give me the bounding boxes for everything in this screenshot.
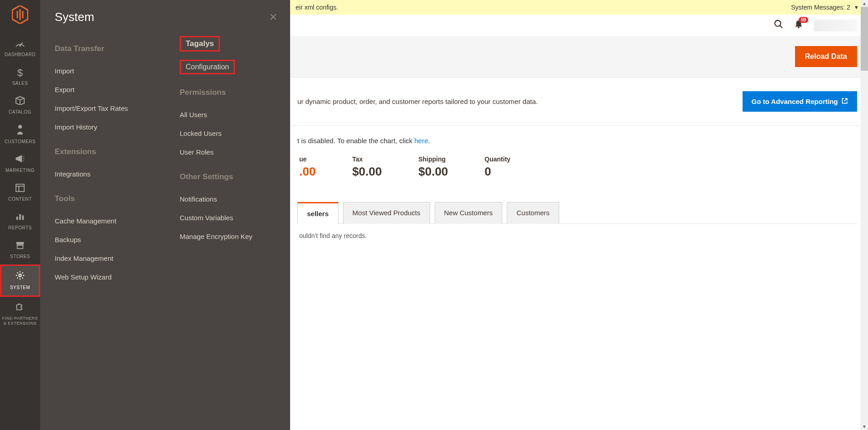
notification-badge: 59 <box>799 17 808 23</box>
nav-find-partners[interactable]: FIND PARTNERS & EXTENSIONS <box>0 297 40 332</box>
metric-value: $0.00 <box>352 165 382 179</box>
svg-rect-6 <box>16 217 18 220</box>
caret-down-icon[interactable]: ▼ <box>854 5 859 10</box>
close-icon[interactable]: ✕ <box>269 11 277 23</box>
svg-rect-7 <box>19 214 21 220</box>
nav-marketing[interactable]: MARKETING <box>0 150 40 178</box>
chart-disabled-note: t is disabled. To enable the chart, clic… <box>297 137 857 145</box>
nav-label: MARKETING <box>5 168 35 173</box>
nav-label: CUSTOMERS <box>5 139 36 144</box>
link-import[interactable]: Import <box>55 62 151 80</box>
nav-catalog[interactable]: CATALOG <box>0 91 40 120</box>
nav-label: SYSTEM <box>10 285 30 290</box>
nav-label: CONTENT <box>8 197 32 202</box>
search-icon[interactable] <box>774 19 784 31</box>
metric-label: ue <box>299 155 316 163</box>
note-suffix: . <box>428 137 430 145</box>
link-user-roles[interactable]: User Roles <box>180 143 275 161</box>
link-all-users[interactable]: All Users <box>180 105 275 124</box>
link-configuration-highlighted[interactable]: Configuration <box>180 60 235 74</box>
nav-label: DASHBOARD <box>5 52 36 57</box>
section-extensions: Extensions <box>55 147 151 156</box>
svg-rect-8 <box>22 215 24 220</box>
tab-new-customers[interactable]: New Customers <box>435 202 503 224</box>
link-cache-management[interactable]: Cache Management <box>55 212 151 230</box>
section-permissions: Permissions <box>180 88 275 97</box>
tab-customers[interactable]: Customers <box>507 202 559 224</box>
puzzle-icon <box>15 301 25 314</box>
svg-line-12 <box>780 26 783 28</box>
scroll-down-arrow[interactable]: ▼ <box>861 423 868 430</box>
nav-label: CATALOG <box>9 109 31 114</box>
notifications-bell[interactable]: 59 <box>795 20 803 31</box>
metrics-row: ue .00 Tax $0.00 Shipping $0.00 Quantity… <box>297 155 857 179</box>
svg-point-13 <box>798 26 800 28</box>
scroll-up-arrow[interactable]: ▲ <box>861 0 868 7</box>
nav-customers[interactable]: CUSTOMERS <box>0 120 40 150</box>
section-tagalys-highlighted: Tagalys <box>180 36 220 52</box>
metric-revenue: ue .00 <box>299 155 316 179</box>
metric-label: Shipping <box>418 155 448 163</box>
nav-sales[interactable]: $ SALES <box>0 62 40 91</box>
scroll-thumb[interactable] <box>861 7 868 71</box>
storefront-icon <box>15 240 25 252</box>
dashboard-tabs: sellers Most Viewed Products New Custome… <box>297 202 857 224</box>
bars-icon <box>16 212 25 223</box>
nav-label: STORES <box>10 254 30 259</box>
link-export[interactable]: Export <box>55 80 151 99</box>
enable-chart-link[interactable]: here <box>415 137 428 145</box>
note-prefix: t is disabled. To enable the chart, clic… <box>297 137 415 145</box>
metric-quantity: Quantity 0 <box>484 155 510 179</box>
magento-logo[interactable] <box>12 5 28 26</box>
link-web-setup-wizard[interactable]: Web Setup Wizard <box>55 268 151 286</box>
nav-reports[interactable]: REPORTS <box>0 207 40 236</box>
metric-value: 0 <box>484 165 510 179</box>
nav-system[interactable]: SYSTEM <box>0 264 40 297</box>
metric-value: $0.00 <box>418 165 448 179</box>
svg-point-11 <box>775 21 781 26</box>
svg-rect-3 <box>16 184 24 192</box>
tab-most-viewed[interactable]: Most Viewed Products <box>343 202 430 224</box>
nav-label: SALES <box>12 81 28 86</box>
flyout-title: System <box>55 10 94 24</box>
section-data-transfer: Data Transfer <box>55 44 151 53</box>
metric-label: Tax <box>352 155 382 163</box>
vertical-scrollbar[interactable]: ▲ ▼ <box>861 0 868 430</box>
nav-dashboard[interactable]: DASHBOARD <box>0 34 40 62</box>
metric-value: .00 <box>299 165 316 179</box>
user-menu[interactable] <box>814 20 857 31</box>
gauge-icon <box>15 38 25 50</box>
layout-icon <box>16 183 25 195</box>
svg-point-10 <box>19 274 21 277</box>
metric-label: Quantity <box>484 155 510 163</box>
external-link-icon <box>842 98 848 105</box>
reload-data-button[interactable]: Reload Data <box>795 46 857 67</box>
link-backups[interactable]: Backups <box>55 230 151 249</box>
link-import-export-tax[interactable]: Import/Export Tax Rates <box>55 99 151 118</box>
link-custom-variables[interactable]: Custom Variables <box>180 208 275 227</box>
svg-rect-9 <box>17 245 23 249</box>
person-icon <box>16 124 24 137</box>
dollar-icon: $ <box>17 67 23 79</box>
system-messages-count[interactable]: System Messages: 2 <box>791 4 850 11</box>
link-integrations[interactable]: Integrations <box>55 165 151 183</box>
system-flyout: System ✕ Data Transfer Import Export Imp… <box>40 0 290 430</box>
admin-nav-rail: DASHBOARD $ SALES CATALOG CUSTOMERS MARK… <box>0 0 40 430</box>
link-locked-users[interactable]: Locked Users <box>180 124 275 143</box>
section-tools: Tools <box>55 194 151 203</box>
link-index-management[interactable]: Index Management <box>55 249 151 268</box>
nav-stores[interactable]: STORES <box>0 236 40 264</box>
tab-bestsellers[interactable]: sellers <box>297 202 338 224</box>
box-icon <box>15 96 25 108</box>
section-other-settings: Other Settings <box>180 172 275 181</box>
svg-point-2 <box>18 125 22 129</box>
metric-tax: Tax $0.00 <box>352 155 382 179</box>
link-notifications[interactable]: Notifications <box>180 190 275 208</box>
metric-shipping: Shipping $0.00 <box>418 155 448 179</box>
link-import-history[interactable]: Import History <box>55 118 151 136</box>
nav-content[interactable]: CONTENT <box>0 178 40 207</box>
nav-label: REPORTS <box>8 225 32 230</box>
tab-empty-message: ouldn't find any records. <box>297 224 857 248</box>
go-advanced-reporting-button[interactable]: Go to Advanced Reporting <box>743 91 857 112</box>
link-manage-encryption-key[interactable]: Manage Encryption Key <box>180 227 275 246</box>
